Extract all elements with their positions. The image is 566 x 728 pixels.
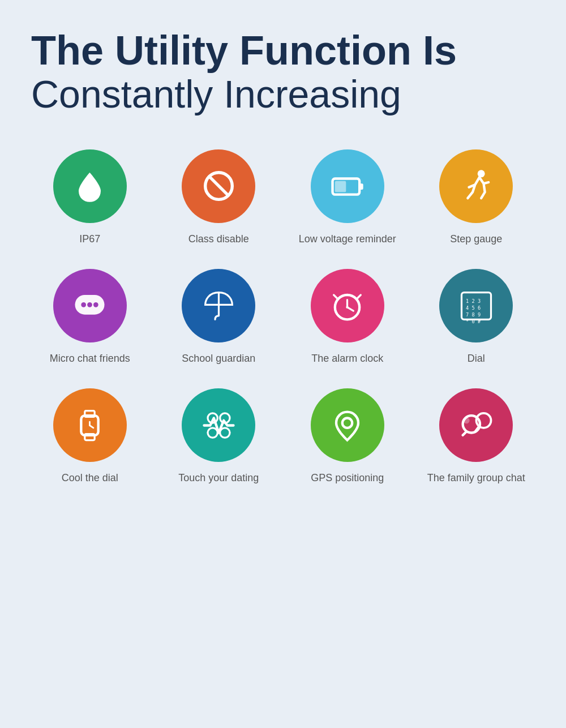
svg-point-15 [346,306,349,308]
svg-point-30 [208,428,217,438]
header-line2: Constantly Increasing [31,73,535,115]
svg-point-9 [93,302,98,307]
header: The Utility Function Is Constantly Incre… [31,28,535,115]
step-gauge-label: Step gauge [450,232,502,246]
svg-point-5 [477,170,484,178]
feature-item-micro-chat: Micro chat friends [31,269,149,366]
feature-item-family-chat: The family group chat [418,388,535,485]
svg-point-32 [342,418,352,427]
svg-line-1 [208,176,229,197]
gps-icon-circle [311,388,384,462]
header-line1: The Utility Function Is [31,28,535,73]
svg-rect-4 [335,181,346,192]
ip67-icon-circle [53,149,127,223]
feature-item-class-disable: Class disable [160,149,278,246]
alarm-icon-circle [311,269,384,342]
svg-line-16 [334,295,338,299]
class-disable-icon-circle [182,149,255,223]
feature-grid: IP67 Class disable Low voltage reminder … [31,149,535,486]
svg-point-8 [87,302,92,307]
feature-item-dial: 1 2 3 4 5 6 7 8 9 * 0 # Dial [418,269,535,366]
feature-item-touch-dating: Touch your dating [160,388,278,485]
school-label: School guardian [182,352,255,366]
micro-chat-label: Micro chat friends [50,352,130,366]
svg-text:* 0 #: * 0 # [466,319,481,324]
class-disable-label: Class disable [188,232,249,246]
alarm-label: The alarm clock [311,352,383,366]
touch-dating-icon-circle [182,388,255,462]
feature-item-school: School guardian [160,269,278,366]
cool-dial-label: Cool the dial [62,471,118,485]
svg-line-17 [357,295,361,299]
low-voltage-label: Low voltage reminder [299,232,396,246]
svg-text:7 8 9: 7 8 9 [466,312,481,318]
cool-dial-icon-circle [53,388,127,462]
svg-point-31 [220,428,229,438]
svg-text:1 2 3: 1 2 3 [466,298,481,304]
feature-item-step-gauge: Step gauge [418,149,535,246]
family-chat-label: The family group chat [427,471,525,485]
step-gauge-icon-circle [439,149,513,223]
ip67-label: IP67 [79,232,100,246]
svg-point-35 [464,417,470,423]
feature-item-low-voltage: Low voltage reminder [289,149,406,246]
dial-label: Dial [468,352,485,366]
touch-dating-label: Touch your dating [178,471,259,485]
feature-item-ip67: IP67 [31,149,149,246]
feature-item-alarm: The alarm clock [289,269,406,366]
page: The Utility Function Is Constantly Incre… [0,0,566,520]
school-icon-circle [182,269,255,342]
family-chat-icon-circle [439,388,513,462]
micro-chat-icon-circle [53,269,127,342]
gps-label: GPS positioning [311,471,384,485]
low-voltage-icon-circle [311,149,384,223]
feature-item-cool-dial: Cool the dial [31,388,149,485]
svg-text:4 5 6: 4 5 6 [466,305,481,311]
svg-rect-3 [359,184,363,190]
svg-point-7 [82,302,87,307]
feature-item-gps: GPS positioning [289,388,406,485]
svg-line-27 [90,425,94,427]
dial-icon-circle: 1 2 3 4 5 6 7 8 9 * 0 # [439,269,513,342]
